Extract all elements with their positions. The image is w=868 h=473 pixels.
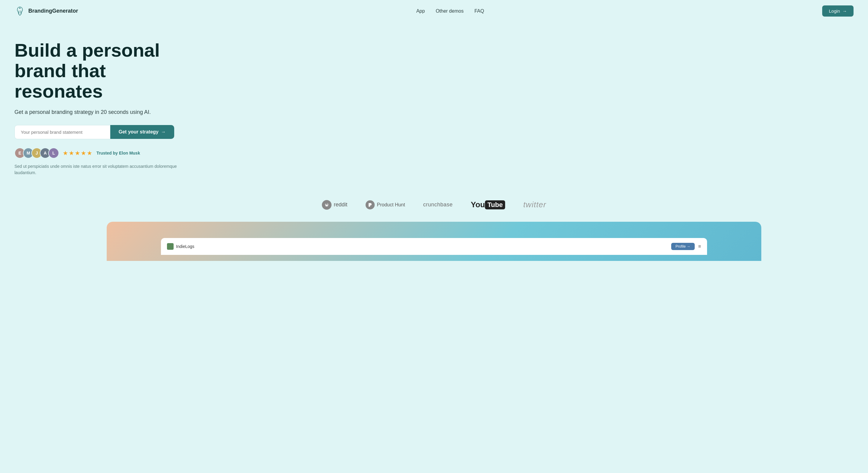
nav-other-demos-link[interactable]: Other demos	[436, 8, 464, 14]
reddit-logo: reddit	[322, 200, 347, 210]
nav-faq-link[interactable]: FAQ	[474, 8, 484, 14]
youtube-tube-text: Tube	[485, 200, 505, 210]
inner-window: IndieLogs Profile → ≡	[161, 238, 707, 255]
logo-text: BrandingGenerator	[28, 8, 78, 14]
nav-app-link[interactable]: App	[416, 8, 425, 14]
svg-point-6	[327, 205, 328, 206]
nav-links: App Other demos FAQ	[416, 8, 484, 14]
brand-statement-input[interactable]	[14, 125, 110, 139]
login-button[interactable]: Login →	[822, 5, 854, 17]
navbar: BrandingGenerator App Other demos FAQ Lo…	[0, 0, 868, 22]
trust-row: E M J A L ★★★★★ Trusted by Elon Musk	[14, 148, 196, 158]
logo[interactable]: BrandingGenerator	[14, 6, 78, 17]
reddit-icon	[322, 200, 332, 210]
avatar-5: L	[48, 148, 59, 158]
logos-section: reddit Product Hunt crunchbase You Tube …	[0, 188, 868, 222]
svg-point-8	[325, 204, 326, 204]
screenshot-container: IndieLogs Profile → ≡	[107, 222, 761, 261]
inner-profile-button[interactable]: Profile →	[671, 243, 694, 250]
inner-logo-box	[167, 243, 174, 250]
reddit-label: reddit	[334, 201, 347, 208]
crunchbase-logo: crunchbase	[423, 201, 453, 208]
youtube-you-text: You	[471, 200, 485, 210]
ph-icon	[366, 200, 375, 210]
logo-icon	[14, 6, 25, 17]
star-rating: ★★★★★	[63, 150, 93, 157]
trust-label: Trusted by Elon Musk	[96, 151, 140, 155]
get-strategy-button[interactable]: Get your strategy →	[110, 125, 174, 139]
hero-section: Build a personal brand that resonates Ge…	[0, 22, 211, 188]
trust-description: Sed ut perspiciatis unde omnis iste natu…	[14, 163, 196, 176]
trust-avatars: E M J A L	[14, 148, 59, 158]
youtube-logo: You Tube	[471, 200, 505, 210]
producthunt-logo: Product Hunt	[366, 200, 405, 210]
svg-rect-10	[369, 203, 370, 207]
svg-point-2	[19, 7, 21, 9]
crunchbase-label: crunchbase	[423, 201, 453, 208]
inner-menu-icon[interactable]: ≡	[698, 244, 701, 249]
cta-input-row: Get your strategy →	[14, 125, 174, 139]
hero-title: Build a personal brand that resonates	[14, 40, 196, 102]
screenshot-section: IndieLogs Profile → ≡	[0, 222, 868, 261]
svg-point-7	[327, 204, 328, 204]
twitter-label: twitter	[523, 200, 546, 209]
hero-subtitle: Get a personal branding strategy in 20 s…	[14, 109, 196, 116]
svg-point-5	[326, 205, 326, 206]
inner-nav-right: Profile → ≡	[671, 243, 701, 250]
inner-logo: IndieLogs	[167, 243, 194, 250]
inner-logo-text: IndieLogs	[176, 244, 194, 249]
svg-point-4	[325, 204, 328, 207]
twitter-logo: twitter	[523, 200, 546, 210]
producthunt-label: Product Hunt	[377, 202, 405, 208]
